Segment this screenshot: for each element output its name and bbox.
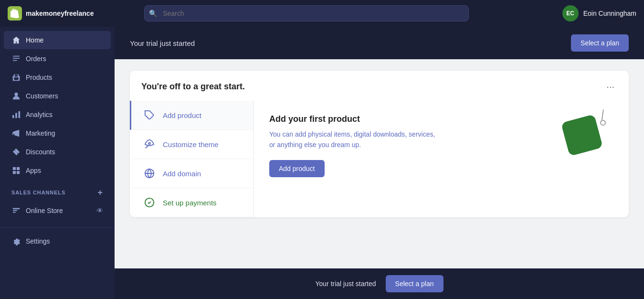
svg-rect-13: [13, 212, 16, 213]
card-header: You're off to a great start. ···: [130, 71, 629, 101]
svg-rect-2: [13, 60, 17, 61]
svg-rect-8: [17, 167, 20, 170]
trial-banner: Your trial just started Select a plan: [115, 27, 644, 59]
bottom-select-plan-button[interactable]: Select a plan: [386, 275, 443, 292]
bottom-trial-bar: Your trial just started Select a plan: [115, 268, 644, 299]
apps-icon: [11, 166, 21, 175]
globe-icon: [143, 167, 156, 180]
svg-rect-6: [19, 111, 21, 118]
analytics-icon: [11, 110, 21, 119]
online-store-label: Online Store: [26, 207, 96, 214]
sidebar-item-orders[interactable]: Orders: [4, 50, 111, 68]
select-plan-button[interactable]: Select a plan: [571, 34, 629, 52]
steps-right-panel: Add your first product You can add physi…: [254, 101, 629, 217]
sidebar-products-label: Products: [26, 74, 103, 81]
steps-list: Add product Customize theme: [130, 101, 254, 217]
sidebar-item-analytics[interactable]: Analytics: [4, 106, 111, 124]
svg-rect-12: [13, 210, 17, 211]
svg-rect-5: [15, 113, 17, 118]
svg-rect-7: [13, 167, 16, 170]
store-name: makemoneyfreelance: [26, 10, 94, 17]
brand-logo[interactable]: makemoneyfreelance: [8, 6, 94, 21]
sidebar-orders-label: Orders: [26, 55, 103, 63]
svg-rect-1: [13, 58, 20, 59]
sidebar-item-products[interactable]: Products: [4, 68, 111, 86]
search-bar: 🔍: [144, 5, 469, 21]
sidebar-item-settings[interactable]: Settings: [4, 232, 111, 250]
sidebar-home-label: Home: [26, 36, 103, 44]
search-input[interactable]: [144, 5, 469, 21]
avatar[interactable]: EC: [562, 5, 579, 21]
marketing-icon: [11, 128, 21, 138]
add-product-step-label: Add product: [163, 111, 201, 119]
check-circle-icon: [143, 196, 156, 209]
rocket-icon: [143, 138, 156, 151]
eye-icon[interactable]: 👁: [96, 207, 103, 214]
customers-icon: [11, 91, 21, 101]
username: Eoin Cunningham: [583, 10, 636, 17]
more-options-button[interactable]: ···: [603, 80, 617, 93]
sidebar-apps-label: Apps: [26, 167, 103, 174]
user-area: EC Eoin Cunningham: [562, 5, 636, 21]
sidebar-item-online-store[interactable]: Online Store 👁: [4, 202, 111, 220]
step-add-domain[interactable]: Add domain: [130, 159, 253, 188]
sales-channels-label: SALES CHANNELS: [11, 190, 65, 195]
sidebar: Home Orders Products Customers Analytics: [0, 27, 115, 299]
content-area: You're off to a great start. ···: [115, 59, 644, 268]
svg-rect-4: [12, 115, 14, 118]
steps-right-description: You can add physical items, digital down…: [269, 129, 441, 150]
add-domain-step-label: Add domain: [163, 170, 201, 178]
add-product-action-button[interactable]: Add product: [269, 160, 325, 177]
settings-icon: [11, 236, 21, 246]
sidebar-item-discounts[interactable]: Discounts: [4, 143, 111, 161]
tag-hole: [600, 120, 606, 126]
products-icon: [11, 73, 21, 82]
sales-channels-section: SALES CHANNELS + Online Store 👁: [0, 185, 115, 220]
sidebar-item-customers[interactable]: Customers: [4, 87, 111, 105]
sidebar-analytics-label: Analytics: [26, 111, 103, 118]
svg-rect-9: [13, 171, 16, 174]
shopify-icon: [8, 6, 22, 21]
add-sales-channel-button[interactable]: +: [98, 188, 103, 197]
tag-icon: [143, 108, 156, 122]
home-icon: [11, 35, 21, 45]
step-customize-theme[interactable]: Customize theme: [130, 130, 253, 159]
sidebar-settings-label: Settings: [26, 237, 103, 245]
search-icon: 🔍: [149, 10, 157, 17]
orders-icon: [11, 54, 21, 64]
svg-rect-11: [13, 208, 20, 210]
sidebar-customers-label: Customers: [26, 92, 103, 100]
tag-shape: [561, 114, 603, 156]
main-content: Your trial just started Select a plan Yo…: [115, 27, 644, 299]
svg-point-15: [148, 142, 150, 144]
sidebar-item-home[interactable]: Home: [4, 31, 111, 49]
sidebar-item-apps[interactable]: Apps: [4, 161, 111, 180]
bottom-trial-text: Your trial just started: [315, 280, 376, 288]
discounts-icon: [11, 147, 21, 157]
step-add-product[interactable]: Add product: [130, 101, 253, 130]
steps-container: Add product Customize theme: [130, 101, 629, 217]
steps-right-title: Add your first product: [269, 114, 441, 124]
sidebar-marketing-label: Marketing: [26, 129, 103, 137]
customize-theme-step-label: Customize theme: [163, 140, 219, 149]
step-set-up-payments[interactable]: Set up payments: [130, 188, 253, 217]
svg-rect-10: [17, 171, 20, 174]
sales-channels-header: SALES CHANNELS +: [4, 185, 111, 200]
sidebar-discounts-label: Discounts: [26, 148, 103, 156]
svg-rect-0: [13, 56, 20, 57]
top-nav: makemoneyfreelance 🔍 EC Eoin Cunningham: [0, 0, 644, 27]
sidebar-item-marketing[interactable]: Marketing: [4, 124, 111, 142]
getting-started-card: You're off to a great start. ···: [130, 71, 629, 217]
trial-banner-text: Your trial just started: [130, 39, 195, 47]
set-up-payments-step-label: Set up payments: [163, 199, 217, 207]
svg-point-3: [14, 93, 18, 96]
layout: Home Orders Products Customers Analytics: [0, 27, 644, 299]
online-store-icon: [11, 206, 21, 215]
card-title: You're off to a great start.: [141, 82, 245, 92]
